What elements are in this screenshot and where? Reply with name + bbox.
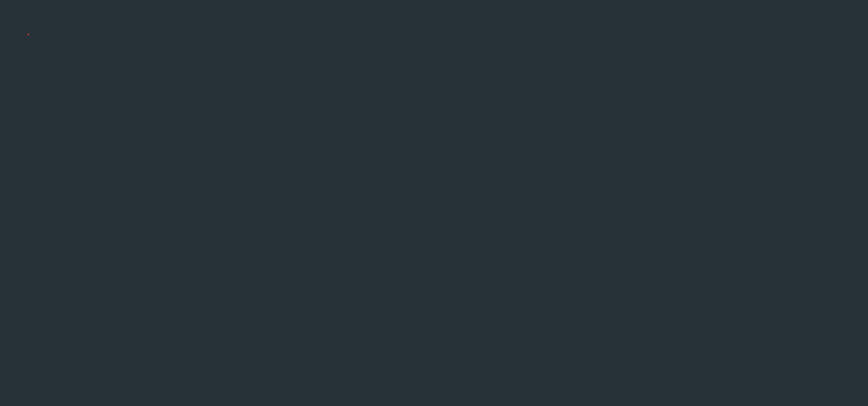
code-editor[interactable] xyxy=(28,0,868,406)
highlight-rectangle xyxy=(28,34,29,35)
line-number-gutter xyxy=(0,0,28,406)
